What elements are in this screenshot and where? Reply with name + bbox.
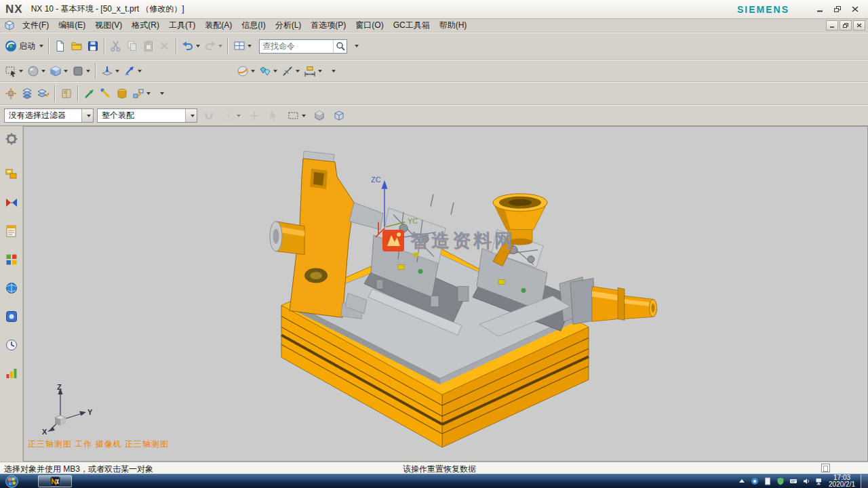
- shaded-solid-button[interactable]: [311, 107, 328, 125]
- pan-zoom-button[interactable]: [121, 62, 144, 80]
- selection-filter-combo[interactable]: 没有选择过滤器: [4, 108, 94, 123]
- taskbar-clock[interactable]: 17:03 2020/2/1: [829, 474, 855, 488]
- paste-button[interactable]: [140, 37, 157, 55]
- window-layout-button[interactable]: [231, 37, 254, 55]
- minimize-button[interactable]: [812, 3, 827, 16]
- dropdown-arrow-icon[interactable]: [19, 70, 23, 73]
- status-window-button[interactable]: [821, 464, 830, 472]
- roles-button[interactable]: [3, 130, 20, 148]
- menu-tools[interactable]: 工具(T): [164, 19, 200, 32]
- child-minimize-button[interactable]: [826, 20, 838, 30]
- reuse-catalog-button[interactable]: [58, 85, 75, 102]
- dropdown-arrow-icon[interactable]: [64, 70, 68, 73]
- dropdown-arrow-icon[interactable]: [273, 70, 277, 73]
- menu-format[interactable]: 格式(R): [127, 19, 164, 32]
- constraint-navigator-button[interactable]: [3, 194, 20, 211]
- snap-options-button[interactable]: [220, 107, 243, 125]
- menu-file[interactable]: 文件(F): [18, 19, 54, 32]
- assembly-navigator-button[interactable]: [3, 165, 20, 183]
- measure-angle-button[interactable]: [279, 62, 302, 80]
- show-desktop-button[interactable]: [861, 474, 868, 488]
- child-restore-button[interactable]: [840, 20, 852, 30]
- selection-scope-combo[interactable]: 整个装配: [97, 108, 197, 123]
- assembly-constraints-button[interactable]: [19, 85, 35, 102]
- model-right-shaft[interactable]: [570, 279, 657, 325]
- cut-button[interactable]: [108, 37, 124, 55]
- redo-button[interactable]: [202, 37, 224, 55]
- dropdown-arrow-icon[interactable]: [86, 70, 90, 73]
- menu-view[interactable]: 视图(V): [90, 19, 127, 32]
- menu-assemblies[interactable]: 装配(A): [200, 19, 237, 32]
- model-left-cylinder[interactable]: [270, 222, 304, 255]
- wave-geometry-button[interactable]: [81, 85, 98, 102]
- wave-link-button[interactable]: [130, 85, 153, 102]
- view-orientation-button[interactable]: [47, 62, 70, 80]
- close-button[interactable]: [848, 3, 863, 16]
- tray-expand-button[interactable]: [738, 477, 746, 485]
- child-close-button[interactable]: [853, 20, 865, 30]
- menu-gc-toolbox[interactable]: GC工具箱: [389, 19, 435, 32]
- render-style-button[interactable]: [70, 62, 92, 80]
- interpart-link-button[interactable]: [98, 85, 114, 102]
- command-search-input[interactable]: [262, 41, 333, 51]
- wireframe-solid-button[interactable]: [331, 107, 347, 125]
- dropdown-arrow-icon[interactable]: [251, 70, 255, 73]
- measure-distance-button[interactable]: [302, 62, 324, 80]
- copy-button[interactable]: [124, 37, 140, 55]
- history-button[interactable]: [3, 336, 20, 354]
- cad-model[interactable]: ZC YC: [24, 127, 867, 461]
- selection-rectangle-button[interactable]: [3, 62, 25, 80]
- tray-volume-icon[interactable]: [802, 477, 810, 485]
- add-selection-button[interactable]: [246, 107, 262, 125]
- promote-body-button[interactable]: [114, 85, 130, 102]
- dropdown-arrow-icon[interactable]: [318, 70, 322, 73]
- menu-window[interactable]: 窗口(O): [351, 19, 388, 32]
- search-history-button[interactable]: [347, 37, 363, 55]
- dropdown-arrow-icon[interactable]: [196, 45, 200, 47]
- lasso-button[interactable]: [285, 107, 308, 125]
- tray-document-icon[interactable]: [764, 477, 772, 485]
- menu-information[interactable]: 信息(I): [237, 19, 270, 32]
- part-navigator-button[interactable]: [3, 222, 20, 240]
- dropdown-arrow-icon[interactable]: [248, 45, 252, 47]
- nx-taskbar-app-button[interactable]: [38, 475, 72, 487]
- undo-button[interactable]: [180, 37, 202, 55]
- tray-network-icon[interactable]: [815, 477, 823, 485]
- new-file-button[interactable]: [52, 37, 68, 55]
- move-component-button[interactable]: [3, 85, 19, 102]
- search-button[interactable]: [333, 40, 347, 53]
- combo-arrow-button[interactable]: [185, 109, 197, 122]
- tray-shield-icon[interactable]: [776, 477, 785, 485]
- menu-analysis[interactable]: 分析(L): [271, 19, 307, 32]
- graphics-window[interactable]: ZC YC 智造资料网 Z Y: [23, 126, 868, 462]
- dropdown-arrow-icon[interactable]: [146, 92, 151, 95]
- cursor-select-button[interactable]: [266, 107, 282, 125]
- dropdown-arrow-icon[interactable]: [296, 70, 300, 73]
- reuse-library-button[interactable]: [3, 251, 20, 268]
- toolbar-overflow-button[interactable]: [330, 70, 336, 73]
- process-studio-button[interactable]: [3, 365, 20, 382]
- open-file-button[interactable]: [68, 37, 85, 55]
- orient-to-plane-button[interactable]: [99, 62, 121, 80]
- menu-preferences[interactable]: 首选项(P): [306, 19, 351, 32]
- restore-button[interactable]: [830, 3, 845, 16]
- dropdown-arrow-icon[interactable]: [41, 70, 45, 73]
- tray-app-icon[interactable]: [751, 477, 759, 485]
- dropdown-arrow-icon[interactable]: [302, 115, 306, 117]
- dropdown-arrow-icon[interactable]: [138, 70, 142, 73]
- combo-arrow-button[interactable]: [81, 109, 93, 122]
- save-button[interactable]: [85, 37, 101, 55]
- delete-button[interactable]: [157, 37, 173, 55]
- rotate-view-button[interactable]: [25, 62, 47, 80]
- dropdown-arrow-icon[interactable]: [237, 115, 241, 117]
- web-browser-button[interactable]: [3, 279, 20, 297]
- menu-help[interactable]: 帮助(H): [435, 19, 472, 32]
- component-array-button[interactable]: [35, 85, 52, 102]
- materials-button[interactable]: [257, 62, 279, 80]
- start-menu-button[interactable]: 启动: [3, 37, 45, 55]
- dropdown-arrow-icon[interactable]: [218, 45, 222, 47]
- menu-edit[interactable]: 编辑(E): [54, 19, 90, 32]
- dropdown-arrow-icon[interactable]: [115, 70, 119, 73]
- toolbar-overflow-button[interactable]: [158, 92, 164, 95]
- visualization-button[interactable]: [235, 62, 257, 80]
